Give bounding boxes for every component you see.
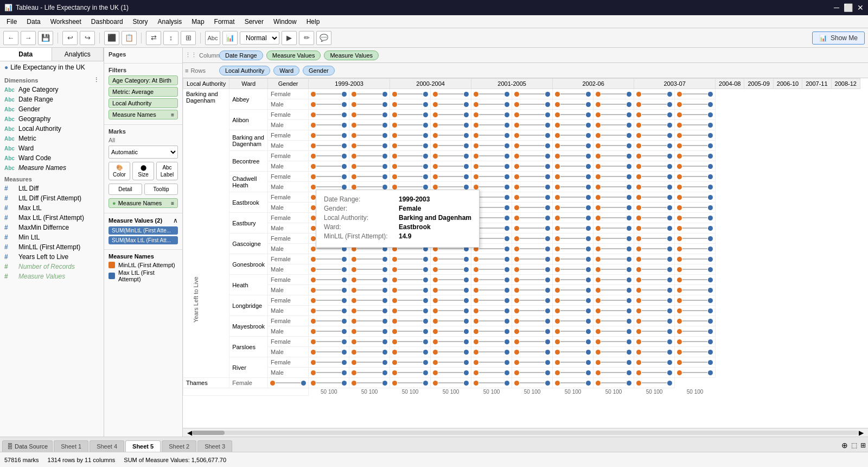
tab-sheet3[interactable]: Sheet 3 bbox=[197, 440, 232, 452]
dumbbell-cell[interactable] bbox=[471, 120, 512, 130]
dumbbell-cell[interactable] bbox=[431, 275, 471, 285]
menu-worksheet[interactable]: Worksheet bbox=[46, 17, 86, 27]
dumbbell-cell[interactable] bbox=[431, 254, 471, 264]
dumbbell-cell[interactable] bbox=[512, 337, 553, 347]
dumbbell-cell[interactable] bbox=[471, 130, 512, 141]
dumbbell-cell[interactable] bbox=[634, 368, 675, 378]
sort-button[interactable]: ↕ bbox=[163, 31, 178, 45]
dumbbell-cell[interactable] bbox=[512, 141, 553, 151]
dumbbell-cell[interactable] bbox=[309, 285, 349, 295]
meas-measure-values[interactable]: # Measure Values bbox=[0, 272, 104, 281]
dumbbell-cell[interactable] bbox=[675, 89, 716, 99]
dumbbell-cell[interactable] bbox=[309, 368, 349, 378]
dumbbell-cell[interactable] bbox=[512, 161, 553, 172]
dumbbell-cell[interactable] bbox=[471, 172, 512, 182]
dim-metric[interactable]: Abc Metric bbox=[0, 134, 104, 143]
dumbbell-cell[interactable] bbox=[471, 368, 512, 378]
dim-ward[interactable]: Abc Ward bbox=[0, 143, 104, 153]
highlight-button[interactable]: ✏ bbox=[299, 31, 314, 45]
dumbbell-cell[interactable] bbox=[390, 161, 431, 172]
dumbbell-cell[interactable] bbox=[593, 285, 634, 295]
dumbbell-cell[interactable] bbox=[634, 203, 675, 213]
dumbbell-cell[interactable] bbox=[390, 306, 431, 316]
dumbbell-cell[interactable] bbox=[390, 110, 431, 120]
tab-sheet1[interactable]: Sheet 1 bbox=[54, 440, 88, 452]
dumbbell-cell[interactable] bbox=[349, 326, 390, 337]
dumbbell-cell[interactable] bbox=[431, 264, 471, 275]
dim-local-authority[interactable]: Abc Local Authority bbox=[0, 124, 104, 134]
dumbbell-cell[interactable] bbox=[471, 285, 512, 295]
dumbbell-cell[interactable] bbox=[471, 295, 512, 306]
dumbbell-cell[interactable] bbox=[675, 368, 716, 378]
dim-age-category[interactable]: Abc Age Category bbox=[0, 85, 104, 94]
dumbbell-cell[interactable] bbox=[553, 244, 593, 254]
dumbbell-cell[interactable] bbox=[390, 89, 431, 99]
dumbbell-cell[interactable] bbox=[634, 316, 675, 326]
filter-local-authority[interactable]: Local Authority bbox=[108, 98, 178, 108]
dim-gender[interactable]: Abc Gender bbox=[0, 104, 104, 114]
dim-date-range[interactable]: Abc Date Range bbox=[0, 94, 104, 104]
tooltip-button[interactable]: 💬 bbox=[316, 31, 331, 45]
view-select[interactable]: Normal bbox=[240, 31, 279, 45]
dumbbell-cell[interactable] bbox=[309, 161, 349, 172]
dumbbell-cell[interactable] bbox=[553, 368, 593, 378]
dumbbell-cell[interactable] bbox=[553, 161, 593, 172]
dumbbell-cell[interactable] bbox=[675, 182, 716, 192]
dumbbell-cell[interactable] bbox=[675, 203, 716, 213]
dumbbell-cell[interactable] bbox=[512, 89, 553, 99]
dumbbell-cell[interactable] bbox=[349, 264, 390, 275]
dumbbell-cell[interactable] bbox=[512, 120, 553, 130]
dumbbell-cell[interactable] bbox=[512, 234, 553, 244]
dumbbell-cell[interactable] bbox=[634, 120, 675, 130]
dumbbell-cell[interactable] bbox=[349, 347, 390, 357]
scroll-right[interactable]: ▶ bbox=[859, 429, 864, 437]
dumbbell-cell[interactable] bbox=[553, 89, 593, 99]
new-sheet-button[interactable]: ⊕ bbox=[841, 441, 848, 450]
dumbbell-cell[interactable] bbox=[349, 130, 390, 141]
dumbbell-cell[interactable] bbox=[553, 357, 593, 368]
dumbbell-cell[interactable] bbox=[675, 141, 716, 151]
dumbbell-cell[interactable] bbox=[431, 151, 471, 161]
dumbbell-cell[interactable] bbox=[593, 378, 634, 388]
dumbbell-cell[interactable] bbox=[512, 275, 553, 285]
duplicate-button[interactable]: ⬚ bbox=[851, 441, 857, 449]
size-button[interactable]: ⬤ Size bbox=[132, 162, 154, 180]
dumbbell-cell[interactable] bbox=[512, 295, 553, 306]
dumbbell-cell[interactable] bbox=[471, 89, 512, 99]
menu-window[interactable]: Window bbox=[269, 17, 301, 27]
dumbbell-cell[interactable] bbox=[593, 223, 634, 234]
scroll-thumb[interactable] bbox=[192, 431, 225, 435]
dumbbell-cell[interactable] bbox=[553, 120, 593, 130]
save-button[interactable]: 💾 bbox=[38, 31, 53, 45]
scroll-left[interactable]: ◀ bbox=[187, 429, 192, 437]
connect-button[interactable]: ⬛ bbox=[104, 31, 119, 45]
dumbbell-cell[interactable] bbox=[309, 347, 349, 357]
dim-measure-names[interactable]: Abc Measure Names bbox=[0, 163, 104, 173]
dumbbell-cell[interactable] bbox=[390, 326, 431, 337]
dumbbell-cell[interactable] bbox=[593, 120, 634, 130]
dumbbell-cell[interactable] bbox=[593, 172, 634, 182]
dumbbell-cell[interactable] bbox=[553, 151, 593, 161]
menu-analysis[interactable]: Analysis bbox=[154, 17, 187, 27]
dumbbell-cell[interactable] bbox=[390, 357, 431, 368]
present-button[interactable]: ▶ bbox=[282, 31, 297, 45]
dumbbell-cell[interactable] bbox=[634, 275, 675, 285]
maximize-button[interactable]: ⬜ bbox=[844, 3, 853, 12]
dumbbell-cell[interactable] bbox=[675, 151, 716, 161]
dumbbell-cell[interactable] bbox=[593, 192, 634, 203]
minimize-button[interactable]: ─ bbox=[834, 3, 839, 12]
detail-button[interactable]: Detail bbox=[108, 184, 142, 195]
dumbbell-cell[interactable] bbox=[349, 254, 390, 264]
dumbbell-cell[interactable] bbox=[553, 295, 593, 306]
dumbbell-cell[interactable] bbox=[471, 110, 512, 120]
dumbbell-cell[interactable] bbox=[349, 378, 390, 388]
dumbbell-cell[interactable] bbox=[390, 368, 431, 378]
color-button[interactable]: 🎨 Color bbox=[108, 162, 130, 180]
mv-collapse[interactable]: ∧ bbox=[173, 217, 178, 224]
dumbbell-cell[interactable] bbox=[675, 326, 716, 337]
menu-file[interactable]: File bbox=[2, 17, 21, 27]
tab-analytics[interactable]: Analytics bbox=[52, 48, 104, 61]
dumbbell-cell[interactable] bbox=[431, 347, 471, 357]
dumbbell-cell[interactable] bbox=[634, 347, 675, 357]
dumbbell-cell[interactable] bbox=[309, 120, 349, 130]
